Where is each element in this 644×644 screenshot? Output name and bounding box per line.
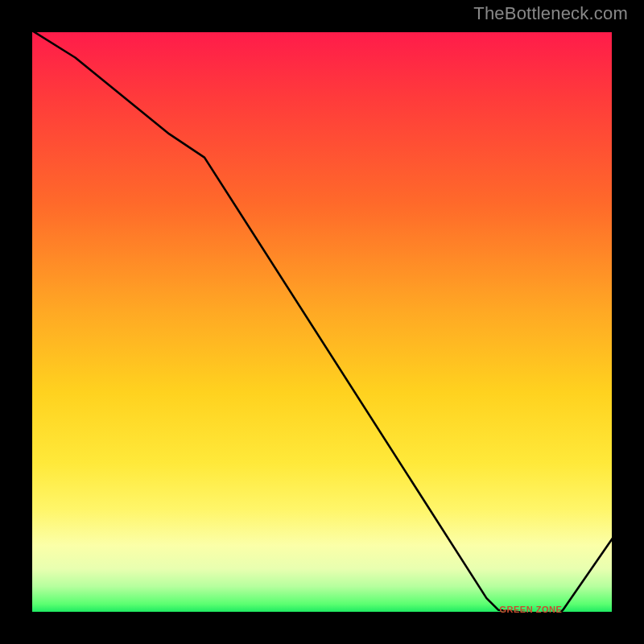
chart-frame: TheBottleneck.com GREEN ZONE: [0, 0, 644, 644]
green-zone-label: GREEN ZONE: [500, 605, 563, 614]
plot-gradient-area: [28, 28, 616, 616]
attribution-text: TheBottleneck.com: [473, 3, 628, 24]
